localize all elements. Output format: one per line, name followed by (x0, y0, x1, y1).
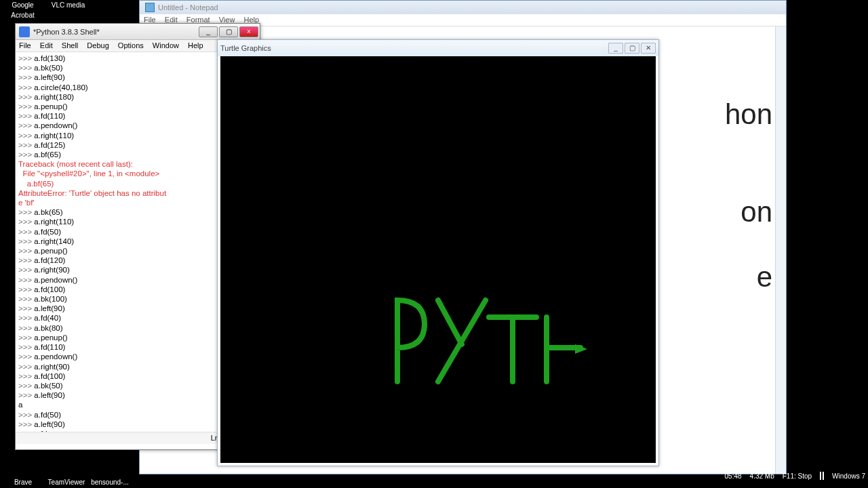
menu-window[interactable]: Window (153, 41, 179, 49)
turtle-window: Turtle Graphics _ ▢ ✕ (217, 39, 659, 466)
maximize-button[interactable]: ▢ (219, 26, 238, 37)
shell-titlebar[interactable]: *Python 3.8.3 Shell* _ ▢ × (16, 24, 260, 40)
turtle-titlebar[interactable]: Turtle Graphics _ ▢ ✕ (218, 40, 658, 56)
tray-time: 05:48 (725, 472, 742, 480)
close-button[interactable]: × (239, 26, 258, 37)
minimize-button[interactable]: _ (608, 43, 623, 54)
system-tray: 05:48 4.32 Mb F11: Stop Windows 7 (725, 472, 865, 480)
notepad-titlebar[interactable]: Untitled - Notepad (140, 1, 786, 14)
desktop: Google VLC media Acrobat (0, 0, 136, 20)
turtle-canvas (220, 56, 656, 463)
notepad-scrollbar[interactable] (775, 26, 786, 474)
menu-edit[interactable]: Edit (40, 41, 53, 49)
menu-options[interactable]: Options (118, 41, 144, 49)
taskbar-item[interactable]: Brave (3, 466, 43, 486)
pause-icon[interactable] (820, 472, 824, 480)
desktop-icon[interactable]: Acrobat (1, 12, 45, 19)
desktop-icon[interactable]: VLC media (46, 1, 90, 9)
notepad-icon (145, 3, 155, 12)
menu-help[interactable]: Help (188, 41, 203, 49)
tray-fn: F11: Stop (783, 472, 812, 480)
close-button[interactable]: ✕ (641, 43, 656, 54)
menu-shell[interactable]: Shell (62, 41, 78, 49)
python-icon (19, 26, 30, 37)
tray-os: Windows 7 (832, 472, 865, 480)
taskbar-item[interactable]: TeamViewer (46, 466, 87, 486)
minimize-button[interactable]: _ (199, 26, 218, 37)
maximize-button[interactable]: ▢ (625, 43, 639, 54)
taskbar: Brave TeamViewer bensound-... 05:48 4.32… (0, 466, 868, 488)
taskbar-item[interactable]: bensound-... (90, 466, 130, 486)
menu-file[interactable]: File (19, 41, 31, 49)
menu-debug[interactable]: Debug (87, 41, 108, 49)
desktop-icon[interactable]: Google (1, 1, 45, 9)
tray-net: 4.32 Mb (750, 472, 774, 480)
